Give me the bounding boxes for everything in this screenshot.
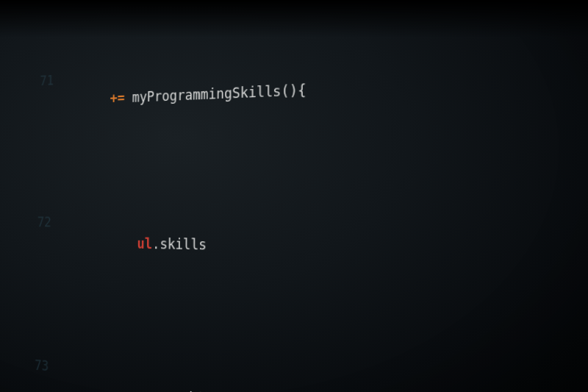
- gutter: 71: [20, 71, 54, 92]
- line-mixin-decl: 71 += myProgrammingSkills(){: [19, 0, 588, 132]
- code-editor-screen: 71 += myProgrammingSkills(){ 72 ul.skill…: [0, 0, 588, 392]
- tag-ul: ul: [137, 235, 152, 252]
- gutter: 72: [18, 212, 51, 232]
- gutter: 73: [15, 354, 49, 377]
- mixin-name: myProgrammingSkills: [132, 82, 282, 105]
- code-sheet: 71 += myProgrammingSkills(){ 72 ul.skill…: [0, 0, 588, 392]
- mixin-plus: +=: [110, 89, 132, 106]
- mixin-paren: (){: [281, 82, 306, 99]
- skill-row-1: 73 +skill('programming', '90%', '(html5 …: [13, 333, 588, 392]
- plus-icon: +: [173, 388, 181, 392]
- ul-class: skills: [159, 236, 207, 253]
- line-ul-1: 72 ul.skills: [16, 186, 588, 302]
